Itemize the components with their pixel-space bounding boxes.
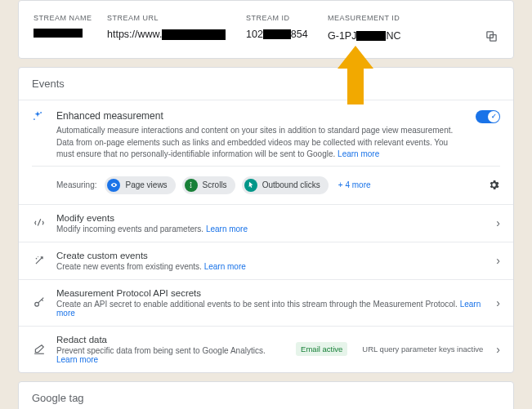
mpapi-title: Measurement Protocol API secrets — [56, 288, 486, 298]
wand-icon — [32, 255, 47, 266]
svg-point-3 — [34, 118, 35, 120]
stream-name-label: STREAM NAME — [34, 14, 107, 22]
events-section-title: Events — [19, 68, 513, 100]
chevron-right-icon: › — [496, 254, 500, 267]
stream-name-value — [34, 29, 107, 38]
measuring-label: Measuring: — [56, 180, 96, 189]
create-events-row[interactable]: Create custom events Create new events f… — [19, 242, 513, 279]
chevron-right-icon: › — [496, 296, 500, 309]
events-card: Events Enhanced measurement Automaticall… — [18, 67, 514, 373]
create-learn-more[interactable]: Learn more — [204, 262, 246, 271]
chevron-right-icon: › — [496, 216, 500, 229]
modify-icon — [32, 217, 47, 229]
redact-badge-active: Email active — [296, 342, 347, 356]
key-icon — [32, 297, 47, 309]
copy-icon[interactable] — [484, 29, 498, 43]
chevron-right-icon: › — [496, 343, 500, 356]
stream-id-label: STREAM ID — [246, 14, 328, 22]
eye-icon — [107, 179, 120, 192]
svg-point-4 — [35, 302, 39, 306]
modify-events-desc: Modify incoming events and parameters. L… — [56, 225, 486, 233]
modify-learn-more[interactable]: Learn more — [206, 225, 248, 233]
redact-row[interactable]: Redact data Prevent specific data from b… — [19, 326, 513, 372]
eraser-icon — [32, 344, 47, 355]
redact-desc: Prevent specific data from being sent to… — [56, 346, 286, 364]
pill-outbound-clicks[interactable]: Outbound clicks — [242, 176, 329, 194]
gear-icon[interactable] — [488, 179, 500, 191]
stream-url-label: STREAM URL — [107, 14, 246, 22]
measurement-id-value: G-1PJNC — [328, 30, 401, 42]
scroll-icon — [185, 179, 198, 192]
stream-id-value: 102854 — [246, 29, 328, 40]
redact-badge-inactive: URL query parameter keys inactive — [362, 345, 483, 353]
pill-scrolls[interactable]: Scrolls — [182, 176, 235, 194]
redact-title: Redact data — [56, 335, 286, 345]
enhanced-measurement-title: Enhanced measurement — [56, 110, 459, 122]
stream-details-card: STREAM NAME STREAM URL https://www. STRE… — [18, 0, 514, 59]
mpapi-desc: Create an API secret to enable additiona… — [56, 300, 486, 318]
enhanced-toggle[interactable]: ✓ — [476, 110, 500, 123]
create-events-desc: Create new events from existing events. … — [56, 262, 486, 271]
stream-url-value: https://www. — [107, 29, 246, 40]
googletag-section-title: Google tag — [19, 382, 513, 410]
measurement-id-label: MEASUREMENT ID — [328, 14, 498, 22]
click-icon — [244, 179, 257, 192]
pill-page-views[interactable]: Page views — [105, 176, 175, 194]
measuring-more-link[interactable]: + 4 more — [338, 180, 371, 189]
modify-events-row[interactable]: Modify events Modify incoming events and… — [19, 204, 513, 242]
svg-point-2 — [40, 112, 42, 113]
redact-learn-more[interactable]: Learn more — [56, 355, 98, 364]
create-events-title: Create custom events — [56, 251, 486, 260]
sparkle-icon — [32, 110, 47, 161]
enhanced-learn-more[interactable]: Learn more — [338, 149, 379, 158]
modify-events-title: Modify events — [56, 213, 486, 223]
mpapi-row[interactable]: Measurement Protocol API secrets Create … — [19, 279, 513, 326]
enhanced-measurement-desc: Automatically measure interactions and c… — [56, 125, 459, 161]
googletag-card: Google tag Configure tag settings Config… — [18, 381, 514, 410]
